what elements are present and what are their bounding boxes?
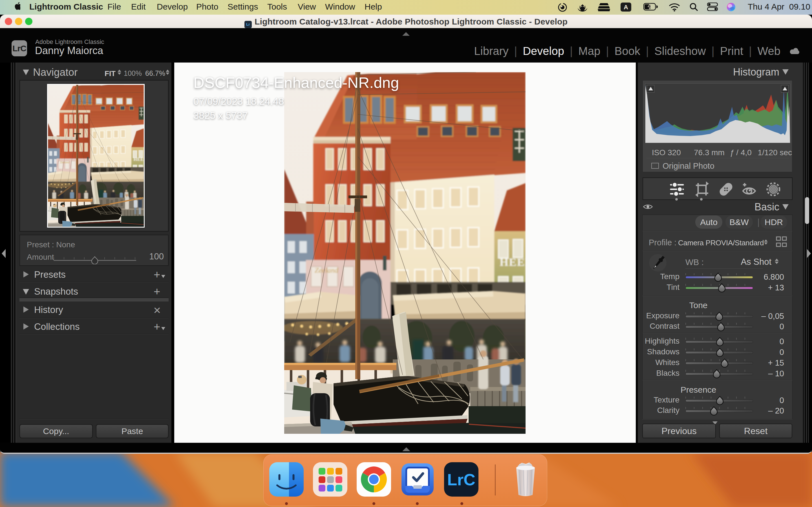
- svg-text:LrC: LrC: [447, 470, 475, 489]
- svg-text:A: A: [624, 4, 628, 11]
